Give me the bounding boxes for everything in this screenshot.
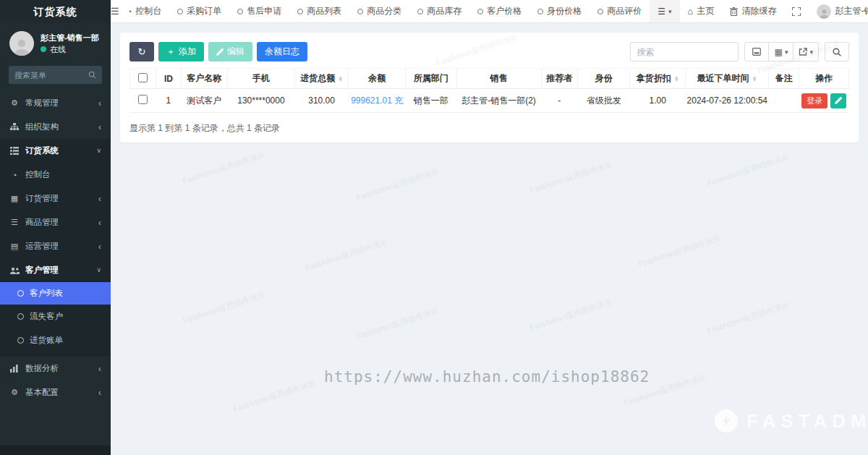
sidebar-search-input[interactable] [14, 71, 88, 80]
user-status: 在线 [41, 43, 99, 56]
tab-identity-price[interactable]: 身份价格 [529, 0, 590, 22]
trash-icon [730, 7, 738, 16]
customer-table: ID 客户名称 手机 进货总额▲▼ 余额 所属部门 销售 推荐者 身份 拿货折扣… [129, 68, 849, 113]
row-checkbox[interactable] [138, 95, 148, 104]
col-last-order-time[interactable]: 最近下单时间▲▼ [686, 69, 769, 89]
tab-goods-category[interactable]: 商品分类 [349, 0, 409, 22]
plugin-watermark-text: FastAdmin应用插件演示 [355, 305, 440, 342]
cell-operations: 登录 [799, 89, 849, 113]
cell-id: 1 [156, 89, 181, 113]
sidebar-item-goods-mgmt[interactable]: ☰ 商品管理 ‹ [0, 211, 111, 234]
tab-aftersales[interactable]: 售后申请 [229, 0, 289, 22]
cell-identity: 省级批发 [577, 89, 630, 113]
select-all-checkbox[interactable] [138, 73, 148, 82]
watermark-url: https://www.huzhan.com/ishop18862 [324, 368, 650, 386]
tab-goods-list[interactable]: 商品列表 [289, 0, 349, 22]
fastadmin-logo-icon [715, 409, 738, 433]
toolbar-right: ▦▾ ▾ [630, 42, 849, 61]
pencil-icon [216, 48, 224, 56]
navbar-right: ☰▾ ⌂主页 清除缓存 彭主管-销售一部 ⚙ [650, 0, 868, 22]
tab-goods-stock[interactable]: 商品库存 [409, 0, 469, 22]
edit-button[interactable]: 编辑 [208, 42, 252, 61]
tab-console[interactable]: ◔控制台 [119, 0, 170, 22]
circle-icon [237, 9, 243, 14]
list-icon: ☰ [9, 218, 20, 227]
col-balance: 余额 [349, 69, 406, 89]
sidebar-search[interactable] [9, 66, 102, 84]
caret-down-icon: ▾ [668, 8, 672, 15]
chevron-down-icon: ∨ [96, 148, 101, 154]
plugin-watermark-text: FastAdmin应用插件演示 [529, 159, 613, 196]
tab-customer-price[interactable]: 客户价格 [469, 0, 529, 22]
sidebar-item-order-system[interactable]: 订货系统 ∨ [0, 139, 111, 163]
user-menu[interactable]: 彭主管-销售一部 [809, 0, 868, 22]
col-referrer: 推荐者 [541, 69, 577, 89]
sidebar-item-console[interactable]: ◔ 控制台 [0, 163, 111, 187]
chevron-down-icon: ∨ [96, 267, 101, 273]
top-navbar: ☰ ◔控制台 采购订单 售后申请 商品列表 商品分类 商品库存 客户价格 身份价… [111, 0, 868, 23]
columns-grid-icon: ▦ [775, 48, 783, 56]
sidebar-item-general[interactable]: ⚙ 常规管理 ‹ [0, 91, 111, 115]
app-title: 订货系统 [0, 0, 111, 23]
balance-recharge-link[interactable]: 999621.01 充 [351, 95, 403, 106]
plugin-watermark-text: FastAdmin应用插件演示 [706, 299, 791, 336]
balance-log-button[interactable]: 余额日志 [257, 42, 307, 61]
search-toggle-button[interactable] [825, 42, 849, 61]
fastadmin-brand-watermark: FASTADMIN [715, 409, 868, 433]
plugin-watermark-text: FastAdmin应用插件演示 [305, 237, 389, 273]
sidebar-item-org[interactable]: 组织架构 ‹ [0, 115, 111, 139]
sidebar-item-lost-customers[interactable]: 流失客户 [0, 305, 111, 328]
sidebar-item-customer-mgmt[interactable]: 客户管理 ∨ [0, 258, 111, 282]
sidebar-item-data-analysis[interactable]: 数据分析 ‹ [0, 357, 111, 380]
home-icon: ⌂ [688, 6, 694, 17]
export-button[interactable]: ▾ [793, 42, 819, 61]
row-edit-button[interactable] [830, 93, 846, 109]
user-avatar [9, 31, 34, 56]
table-row: 1 测试客户 130****0000 310.00 999621.01 充 销售… [130, 89, 849, 113]
online-dot [41, 46, 46, 52]
sidebar-item-customer-list[interactable]: 客户列表 [0, 282, 111, 305]
cell-last-order-time: 2024-07-26 12:00:54 [686, 89, 769, 113]
tab-purchase-orders[interactable]: 采购订单 [169, 0, 229, 22]
circle-icon [297, 9, 303, 14]
columns-button[interactable]: ▦▾ [769, 42, 793, 61]
plugin-watermark-text: FastAdmin应用插件演示 [182, 289, 266, 326]
user-avatar [817, 4, 831, 19]
search-icon [88, 71, 96, 79]
chevron-left-icon: ‹ [98, 195, 101, 203]
fullscreen-button[interactable] [784, 0, 809, 22]
circle-icon [537, 9, 543, 14]
cell-remark [769, 89, 799, 113]
refresh-button[interactable]: ↻ [129, 42, 154, 61]
sidebar-item-purchase-bills[interactable]: 进货账单 [0, 328, 111, 352]
home-button[interactable]: ⌂主页 [680, 0, 723, 22]
tab-goods-review[interactable]: 商品评价 [590, 0, 650, 22]
refresh-icon: ↻ [138, 46, 146, 57]
toggle-view-button[interactable] [744, 42, 769, 61]
sidebar-item-order-mgmt[interactable]: ▦ 订货管理 ‹ [0, 187, 111, 211]
plugin-watermark-text: FastAdmin应用插件演示 [637, 233, 722, 270]
chevron-left-icon: ‹ [98, 365, 101, 373]
circle-icon [477, 9, 483, 14]
chevron-left-icon: ‹ [98, 242, 101, 251]
col-phone: 手机 [228, 69, 295, 89]
sidebar-item-ops-mgmt[interactable]: ▤ 运营管理 ‹ [0, 234, 111, 258]
caret-down-icon: ▾ [809, 48, 813, 56]
sidebar-item-basic-config[interactable]: ⚙ 基本配置 ‹ [0, 380, 111, 404]
person-icon [819, 8, 830, 19]
col-purchase-total[interactable]: 进货总额▲▼ [294, 69, 349, 89]
login-button[interactable]: 登录 [801, 93, 827, 109]
circle-icon [17, 290, 24, 297]
add-button[interactable]: ＋添加 [158, 42, 204, 61]
clear-cache-button[interactable]: 清除缓存 [722, 0, 784, 22]
tabs-dropdown-button[interactable]: ☰▾ [650, 0, 679, 22]
table-search-input[interactable] [630, 42, 739, 61]
col-id: ID [156, 69, 181, 89]
circle-icon [417, 9, 423, 14]
col-discount[interactable]: 拿货折扣▲▼ [630, 69, 686, 89]
col-operations: 操作 [799, 69, 849, 89]
sidebar-toggle-icon[interactable]: ☰ [111, 6, 119, 17]
bar-chart-icon [9, 365, 20, 373]
search-icon [833, 48, 841, 56]
cell-referrer: - [541, 89, 577, 113]
